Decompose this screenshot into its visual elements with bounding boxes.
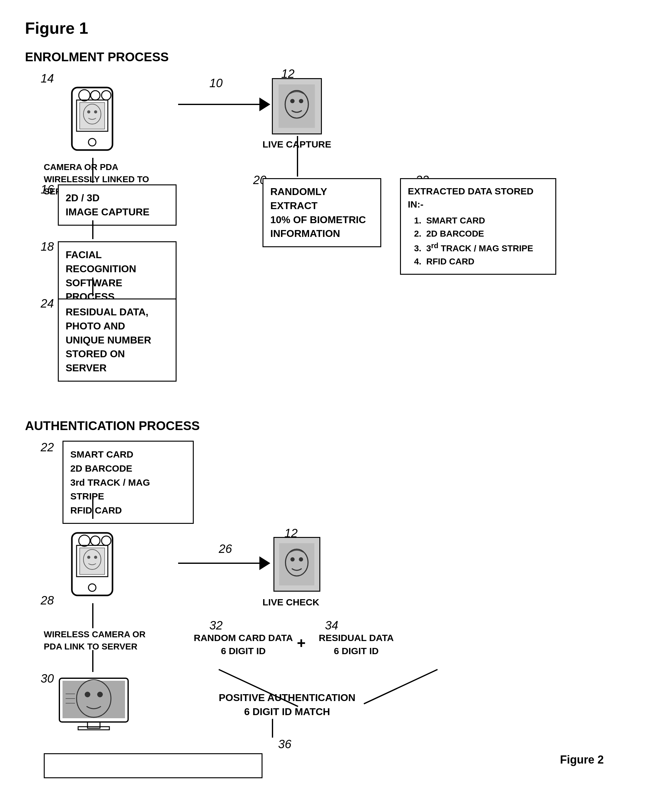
camera-device-auth <box>62 514 122 602</box>
face-image-enrolment <box>272 78 322 135</box>
svg-point-3 <box>90 90 100 100</box>
enrolment-title: ENROLMENT PROCESS <box>25 50 169 64</box>
arrow-live-capture <box>178 98 270 111</box>
svg-point-2 <box>79 90 90 101</box>
page: Figure 1 ENROLMENT PROCESS 14 <box>0 0 660 812</box>
box-extracted-data: EXTRACTED DATA STORED IN:- 1. SMART CARD… <box>400 178 556 275</box>
svg-point-23 <box>89 584 96 592</box>
svg-point-9 <box>89 138 96 146</box>
svg-rect-29 <box>87 722 100 728</box>
svg-point-16 <box>79 535 90 546</box>
authentication-section: AUTHENTICATION PROCESS 22 SMART CARD 2D … <box>25 419 635 794</box>
svg-point-27 <box>85 691 90 697</box>
random-card-label: RANDOM CARD DATA 6 DIGIT ID <box>194 631 293 658</box>
vline-box18-box24 <box>92 278 94 296</box>
box22-items: 1. SMART CARD 2. 2D BARCODE 3. 3rd TRACK… <box>408 214 549 268</box>
ref14: 14 <box>41 72 54 85</box>
vline-to-ref36 <box>272 719 273 737</box>
svg-point-13 <box>299 99 303 103</box>
box-smart-card-auth: SMART CARD 2D BARCODE 3rd TRACK / MAG ST… <box>62 441 194 524</box>
svg-point-28 <box>97 691 103 697</box>
ref36: 36 <box>278 737 291 751</box>
arrow-live-check <box>178 556 270 570</box>
svg-point-37 <box>299 557 303 561</box>
box22-title: EXTRACTED DATA STORED IN:- <box>408 185 549 211</box>
live-check-label: LIVE CHECK <box>262 597 319 607</box>
ref28: 28 <box>41 594 54 607</box>
vline-box16-box18 <box>92 220 94 239</box>
ref32: 32 <box>209 619 222 632</box>
enrolment-section: ENROLMENT PROCESS 14 CAMERA OR PDA WIREL… <box>25 50 635 394</box>
box-image-capture: 2D / 3D IMAGE CAPTURE <box>58 184 176 226</box>
face-svg-enrolment <box>278 84 316 128</box>
svg-point-21 <box>87 556 90 559</box>
ref34: 34 <box>325 619 338 632</box>
diag-line-right <box>364 669 438 704</box>
auth-title: AUTHENTICATION PROCESS <box>25 419 200 433</box>
wireless-label: WIRELESS CAMERA OR PDA LINK TO SERVER <box>44 628 146 653</box>
svg-point-8 <box>94 110 97 113</box>
bottom-box <box>44 753 262 778</box>
ref22-auth: 22 <box>41 441 54 454</box>
vline-face-box20 <box>297 136 298 177</box>
residual-label: RESIDUAL DATA 6 DIGIT ID <box>319 631 394 658</box>
svg-point-17 <box>90 536 100 546</box>
ref24: 24 <box>41 297 54 310</box>
svg-point-18 <box>102 536 111 546</box>
ref26: 26 <box>219 542 232 556</box>
box-residual-data: RESIDUAL DATA, PHOTO AND UNIQUE NUMBER S… <box>58 298 176 382</box>
vline-camera-box16 <box>92 158 94 183</box>
face-svg-auth <box>279 543 315 585</box>
vline-camera-label-auth <box>92 603 94 628</box>
svg-rect-25 <box>62 681 125 718</box>
face-image-auth <box>273 537 320 592</box>
figure2-label: Figure 2 <box>560 753 604 766</box>
ref18: 18 <box>41 240 54 254</box>
svg-point-36 <box>290 557 295 561</box>
camera-device-enrolment <box>62 69 122 156</box>
ref16: 16 <box>41 183 54 196</box>
ref30: 30 <box>41 672 54 685</box>
svg-point-7 <box>87 110 90 113</box>
plus-sign: + <box>297 634 306 652</box>
svg-point-22 <box>94 556 97 559</box>
positive-auth-label: POSITIVE AUTHENTICATION 6 DIGIT ID MATCH <box>219 691 355 719</box>
monitor-auth <box>56 675 131 731</box>
box-randomly-extract: RANDOMLY EXTRACT 10% OF BIOMETRIC INFORM… <box>262 178 381 247</box>
vline-label-monitor <box>92 650 94 672</box>
svg-point-12 <box>290 99 295 103</box>
figure-title: Figure 1 <box>25 19 635 38</box>
svg-point-4 <box>102 90 111 100</box>
ref10: 10 <box>209 76 222 90</box>
